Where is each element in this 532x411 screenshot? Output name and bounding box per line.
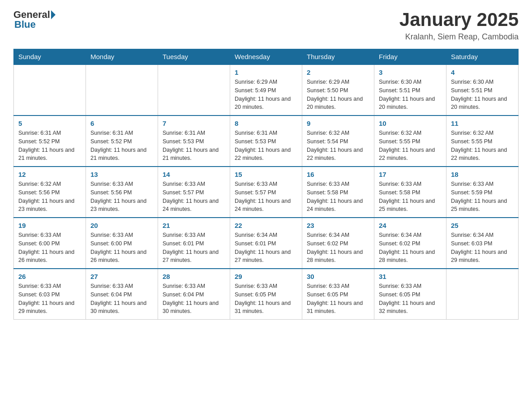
day-number: 26 [18, 273, 81, 280]
calendar-cell: 18Sunrise: 6:33 AMSunset: 5:59 PMDayligh… [446, 167, 519, 218]
day-number: 29 [235, 273, 297, 280]
day-info: Sunrise: 6:33 AMSunset: 5:58 PMDaylight:… [379, 180, 442, 214]
day-info: Sunrise: 6:33 AMSunset: 5:58 PMDaylight:… [307, 180, 369, 214]
day-number: 8 [235, 120, 297, 127]
calendar-cell: 10Sunrise: 6:32 AMSunset: 5:55 PMDayligh… [374, 116, 446, 167]
day-number: 24 [379, 222, 442, 229]
calendar-cell: 8Sunrise: 6:31 AMSunset: 5:53 PMDaylight… [230, 116, 302, 167]
calendar-cell: 15Sunrise: 6:33 AMSunset: 5:57 PMDayligh… [230, 167, 302, 218]
day-number: 7 [163, 120, 225, 127]
day-info: Sunrise: 6:33 AMSunset: 6:05 PMDaylight:… [307, 282, 369, 316]
day-number: 1 [235, 68, 297, 76]
day-number: 9 [307, 120, 369, 127]
day-number: 19 [18, 222, 81, 229]
calendar-cell: 11Sunrise: 6:32 AMSunset: 5:55 PMDayligh… [446, 116, 519, 167]
day-number: 21 [163, 222, 225, 229]
day-number: 4 [451, 68, 514, 76]
day-info: Sunrise: 6:31 AMSunset: 5:52 PMDaylight:… [90, 129, 153, 163]
day-info: Sunrise: 6:33 AMSunset: 5:57 PMDaylight:… [235, 180, 297, 214]
title-section: January 2025 Kralanh, Siem Reap, Cambodi… [399, 9, 519, 42]
calendar-cell: 3Sunrise: 6:30 AMSunset: 5:51 PMDaylight… [374, 64, 446, 116]
day-info: Sunrise: 6:33 AMSunset: 5:57 PMDaylight:… [163, 180, 225, 214]
day-info: Sunrise: 6:34 AMSunset: 6:03 PMDaylight:… [451, 231, 514, 265]
calendar-cell: 25Sunrise: 6:34 AMSunset: 6:03 PMDayligh… [446, 218, 519, 269]
day-info: Sunrise: 6:33 AMSunset: 6:01 PMDaylight:… [163, 231, 225, 265]
logo-blue-text: Blue [13, 19, 36, 30]
calendar-cell: 4Sunrise: 6:30 AMSunset: 5:51 PMDaylight… [446, 64, 519, 116]
day-info: Sunrise: 6:33 AMSunset: 6:04 PMDaylight:… [163, 282, 225, 316]
calendar-week-5: 26Sunrise: 6:33 AMSunset: 6:03 PMDayligh… [14, 269, 519, 320]
calendar-cell: 30Sunrise: 6:33 AMSunset: 6:05 PMDayligh… [302, 269, 374, 320]
day-info: Sunrise: 6:31 AMSunset: 5:52 PMDaylight:… [18, 129, 81, 163]
calendar-cell: 14Sunrise: 6:33 AMSunset: 5:57 PMDayligh… [158, 167, 230, 218]
calendar-cell [158, 64, 230, 116]
day-info: Sunrise: 6:32 AMSunset: 5:55 PMDaylight:… [379, 129, 442, 163]
day-info: Sunrise: 6:32 AMSunset: 5:55 PMDaylight:… [451, 129, 514, 163]
day-number: 12 [18, 171, 81, 178]
day-header-wednesday: Wednesday [230, 49, 302, 65]
day-info: Sunrise: 6:33 AMSunset: 6:03 PMDaylight:… [18, 282, 81, 316]
day-number: 20 [90, 222, 153, 229]
day-info: Sunrise: 6:34 AMSunset: 6:01 PMDaylight:… [235, 231, 297, 265]
day-number: 14 [163, 171, 225, 178]
day-info: Sunrise: 6:33 AMSunset: 6:00 PMDaylight:… [18, 231, 81, 265]
calendar-cell: 31Sunrise: 6:33 AMSunset: 6:05 PMDayligh… [374, 269, 446, 320]
calendar-cell: 13Sunrise: 6:33 AMSunset: 5:56 PMDayligh… [86, 167, 158, 218]
day-header-sunday: Sunday [14, 49, 86, 65]
day-number: 23 [307, 222, 369, 229]
calendar-cell: 27Sunrise: 6:33 AMSunset: 6:04 PMDayligh… [86, 269, 158, 320]
calendar-cell: 19Sunrise: 6:33 AMSunset: 6:00 PMDayligh… [14, 218, 86, 269]
day-number: 5 [18, 120, 81, 127]
day-header-thursday: Thursday [302, 49, 374, 65]
calendar-cell: 2Sunrise: 6:29 AMSunset: 5:50 PMDaylight… [302, 64, 374, 116]
calendar-cell [86, 64, 158, 116]
day-info: Sunrise: 6:34 AMSunset: 6:02 PMDaylight:… [379, 231, 442, 265]
calendar-cell: 6Sunrise: 6:31 AMSunset: 5:52 PMDaylight… [86, 116, 158, 167]
calendar-cell: 21Sunrise: 6:33 AMSunset: 6:01 PMDayligh… [158, 218, 230, 269]
calendar-cell: 7Sunrise: 6:31 AMSunset: 5:53 PMDaylight… [158, 116, 230, 167]
location-text: Kralanh, Siem Reap, Cambodia [399, 32, 519, 42]
logo: General Blue [13, 9, 56, 30]
calendar-cell: 9Sunrise: 6:32 AMSunset: 5:54 PMDaylight… [302, 116, 374, 167]
logo-arrow-icon [51, 10, 56, 19]
month-title: January 2025 [399, 9, 519, 30]
calendar-week-3: 12Sunrise: 6:32 AMSunset: 5:56 PMDayligh… [14, 167, 519, 218]
day-number: 30 [307, 273, 369, 280]
day-info: Sunrise: 6:32 AMSunset: 5:56 PMDaylight:… [18, 180, 81, 214]
day-info: Sunrise: 6:31 AMSunset: 5:53 PMDaylight:… [235, 129, 297, 163]
day-number: 25 [451, 222, 514, 229]
calendar-header: SundayMondayTuesdayWednesdayThursdayFrid… [14, 49, 519, 65]
day-header-tuesday: Tuesday [158, 49, 230, 65]
day-number: 27 [90, 273, 153, 280]
calendar-cell: 29Sunrise: 6:33 AMSunset: 6:05 PMDayligh… [230, 269, 302, 320]
day-header-saturday: Saturday [446, 49, 519, 65]
calendar-week-2: 5Sunrise: 6:31 AMSunset: 5:52 PMDaylight… [14, 116, 519, 167]
calendar-cell [446, 269, 519, 320]
day-info: Sunrise: 6:29 AMSunset: 5:49 PMDaylight:… [235, 78, 297, 111]
day-number: 13 [90, 171, 153, 178]
calendar-body: 1Sunrise: 6:29 AMSunset: 5:49 PMDaylight… [14, 64, 519, 320]
calendar-cell: 5Sunrise: 6:31 AMSunset: 5:52 PMDaylight… [14, 116, 86, 167]
calendar-cell: 28Sunrise: 6:33 AMSunset: 6:04 PMDayligh… [158, 269, 230, 320]
day-info: Sunrise: 6:31 AMSunset: 5:53 PMDaylight:… [163, 129, 225, 163]
calendar-cell: 24Sunrise: 6:34 AMSunset: 6:02 PMDayligh… [374, 218, 446, 269]
calendar-cell: 22Sunrise: 6:34 AMSunset: 6:01 PMDayligh… [230, 218, 302, 269]
day-number: 11 [451, 120, 514, 127]
day-info: Sunrise: 6:32 AMSunset: 5:54 PMDaylight:… [307, 129, 369, 163]
day-number: 18 [451, 171, 514, 178]
day-header-friday: Friday [374, 49, 446, 65]
calendar-cell: 17Sunrise: 6:33 AMSunset: 5:58 PMDayligh… [374, 167, 446, 218]
day-info: Sunrise: 6:33 AMSunset: 5:56 PMDaylight:… [90, 180, 153, 214]
calendar-cell: 1Sunrise: 6:29 AMSunset: 5:49 PMDaylight… [230, 64, 302, 116]
day-number: 3 [379, 68, 442, 76]
day-info: Sunrise: 6:33 AMSunset: 6:05 PMDaylight:… [235, 282, 297, 316]
day-headers-row: SundayMondayTuesdayWednesdayThursdayFrid… [14, 49, 519, 65]
day-info: Sunrise: 6:33 AMSunset: 5:59 PMDaylight:… [451, 180, 514, 214]
calendar-week-4: 19Sunrise: 6:33 AMSunset: 6:00 PMDayligh… [14, 218, 519, 269]
calendar-cell: 26Sunrise: 6:33 AMSunset: 6:03 PMDayligh… [14, 269, 86, 320]
day-number: 31 [379, 273, 442, 280]
day-info: Sunrise: 6:30 AMSunset: 5:51 PMDaylight:… [451, 78, 514, 111]
day-number: 28 [163, 273, 225, 280]
day-info: Sunrise: 6:33 AMSunset: 6:05 PMDaylight:… [379, 282, 442, 316]
day-number: 17 [379, 171, 442, 178]
